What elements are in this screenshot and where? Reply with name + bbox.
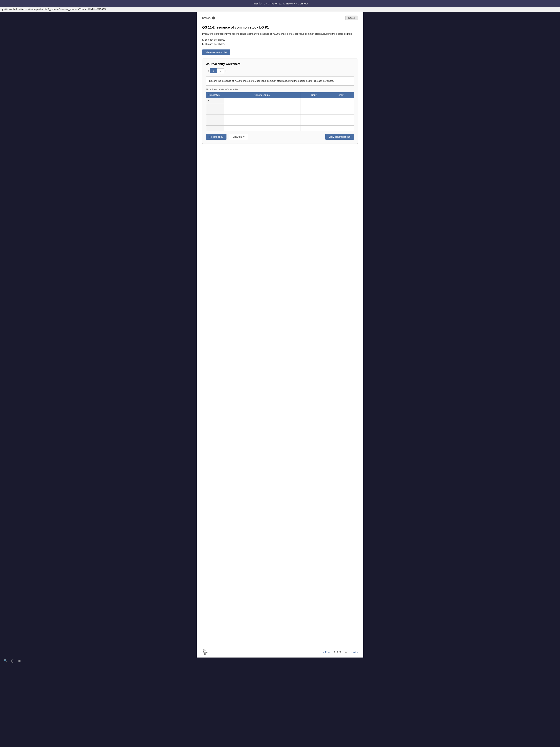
- clear-entry-button[interactable]: Clear entry: [229, 134, 248, 140]
- transaction-cell: [206, 103, 224, 109]
- saved-badge: Saved: [345, 16, 358, 20]
- col-header-transaction: Transaction: [206, 92, 224, 98]
- table-row: a.: [206, 98, 354, 103]
- debit-cell[interactable]: [301, 114, 327, 120]
- browser-bar: ps://ezto.mheducation.com/ext/map/index.…: [0, 7, 560, 12]
- tab-next-arrow[interactable]: ›: [224, 69, 228, 73]
- logo-line3: Hill: [203, 653, 206, 655]
- table-row: [206, 109, 354, 114]
- debit-cell[interactable]: [301, 103, 327, 109]
- col-header-debit: Debit: [301, 92, 327, 98]
- credit-input[interactable]: [327, 126, 354, 131]
- debit-input[interactable]: [301, 114, 327, 120]
- debit-cell[interactable]: [301, 98, 327, 103]
- title-bar: Question 2 - Chapter 11 homework - Conne…: [0, 0, 560, 7]
- page-info: 2 of 22: [334, 651, 341, 654]
- credit-input[interactable]: [327, 103, 354, 109]
- general-journal-input[interactable]: [224, 120, 300, 125]
- transaction-cell: [206, 125, 224, 131]
- view-general-journal-button[interactable]: View general journal: [325, 134, 354, 140]
- logo-line2: Graw: [203, 651, 208, 653]
- note-text: Note: Enter debits before credits.: [206, 88, 354, 91]
- view-transaction-button[interactable]: View transaction list: [202, 49, 230, 55]
- general-journal-cell[interactable]: [224, 103, 300, 109]
- url-text: ps://ezto.mheducation.com/ext/map/index.…: [2, 8, 106, 10]
- record-entry-button[interactable]: Record entry: [206, 134, 226, 140]
- grid-icon: ⊞: [345, 651, 347, 654]
- credit-input[interactable]: [327, 120, 354, 125]
- general-journal-input[interactable]: [224, 103, 300, 109]
- debit-input[interactable]: [301, 109, 327, 114]
- logo-line1: Mc: [203, 649, 206, 651]
- journal-table: Transaction General Journal Debit Credit…: [206, 92, 354, 131]
- general-journal-cell[interactable]: [224, 125, 300, 131]
- general-journal-input[interactable]: [224, 109, 300, 114]
- debit-cell[interactable]: [301, 125, 327, 131]
- option-a: a. $5 cash per share.: [202, 37, 358, 42]
- general-journal-cell[interactable]: [224, 98, 300, 103]
- bottom-bar: Mc Graw Hill < Prev 2 of 22 ⊞ Next >: [197, 647, 363, 658]
- credit-cell[interactable]: [327, 114, 354, 120]
- instruction-box: Record the issuance of 75,000 shares of …: [206, 76, 354, 85]
- homework-label: nework: [202, 16, 211, 20]
- info-icon[interactable]: i: [212, 17, 215, 20]
- windows-icon[interactable]: ◫: [18, 659, 21, 663]
- general-journal-input[interactable]: [224, 126, 300, 131]
- question-options: a. $5 cash per share. b. $6 cash per sha…: [202, 37, 358, 46]
- question-description: Prepare the journal entry to record Zend…: [202, 32, 358, 36]
- debit-input[interactable]: [301, 126, 327, 131]
- general-journal-input[interactable]: [224, 98, 300, 103]
- general-journal-cell[interactable]: [224, 120, 300, 125]
- table-row: [206, 125, 354, 131]
- debit-input[interactable]: [301, 120, 327, 125]
- col-header-general-journal: General Journal: [224, 92, 300, 98]
- credit-cell[interactable]: [327, 125, 354, 131]
- debit-cell[interactable]: [301, 109, 327, 114]
- circle-icon[interactable]: ◯: [11, 659, 15, 663]
- transaction-cell: [206, 109, 224, 114]
- action-button-row: Record entry Clear entry View general jo…: [206, 134, 354, 140]
- taskbar: 🔍 ◯ ◫: [0, 658, 560, 664]
- general-journal-input[interactable]: [224, 114, 300, 120]
- credit-cell[interactable]: [327, 98, 354, 103]
- header-row: nework i Saved: [202, 16, 358, 22]
- question-title: QS 11-2 Issuance of common stock LO P1: [202, 26, 358, 29]
- credit-cell[interactable]: [327, 109, 354, 114]
- transaction-cell: [206, 114, 224, 120]
- main-content: nework i Saved QS 11-2 Issuance of commo…: [197, 12, 363, 647]
- debit-input[interactable]: [301, 103, 327, 109]
- credit-input[interactable]: [327, 109, 354, 114]
- worksheet-title: Journal entry worksheet: [206, 62, 354, 66]
- tab-prev-arrow[interactable]: ‹: [206, 69, 210, 73]
- transaction-cell: a.: [206, 98, 224, 103]
- title-text: Question 2 - Chapter 11 homework - Conne…: [252, 2, 308, 5]
- tab-navigation: ‹ 1 2 ›: [206, 68, 354, 73]
- general-journal-cell[interactable]: [224, 109, 300, 114]
- credit-cell[interactable]: [327, 120, 354, 125]
- general-journal-cell[interactable]: [224, 114, 300, 120]
- tab-1[interactable]: 1: [210, 68, 217, 73]
- homework-title-area: nework i: [202, 16, 215, 20]
- tab-2[interactable]: 2: [217, 68, 224, 73]
- worksheet-panel: Journal entry worksheet ‹ 1 2 › Record t…: [202, 58, 358, 144]
- transaction-cell: [206, 120, 224, 125]
- debit-input[interactable]: [301, 98, 327, 103]
- col-header-credit: Credit: [327, 92, 354, 98]
- option-b: b. $6 cash per share.: [202, 42, 358, 46]
- table-row: [206, 103, 354, 109]
- search-icon[interactable]: 🔍: [4, 659, 7, 663]
- table-row: [206, 114, 354, 120]
- table-row: [206, 120, 354, 125]
- debit-cell[interactable]: [301, 120, 327, 125]
- prev-button[interactable]: < Prev: [323, 651, 330, 654]
- next-button[interactable]: Next >: [351, 651, 358, 654]
- credit-input[interactable]: [327, 98, 354, 103]
- credit-cell[interactable]: [327, 103, 354, 109]
- credit-input[interactable]: [327, 114, 354, 120]
